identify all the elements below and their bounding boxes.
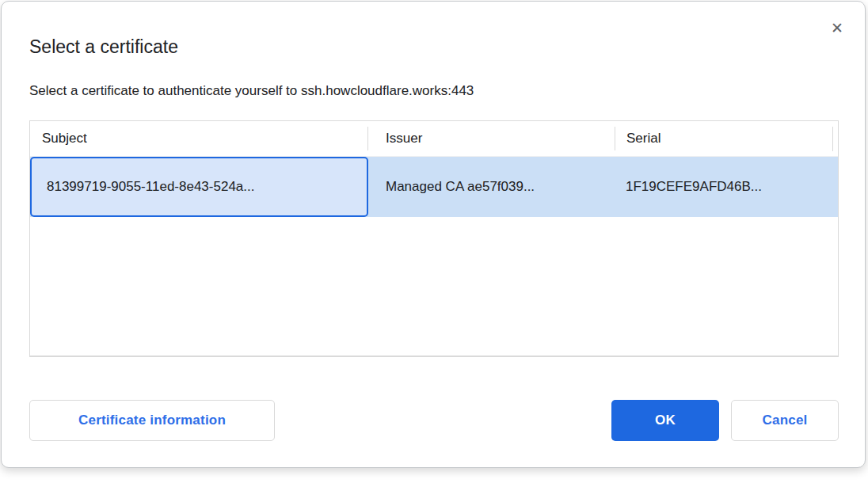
cell-serial: 1F19CEFE9AFD46B... [615, 157, 838, 217]
certificate-information-button[interactable]: Certificate information [29, 400, 275, 441]
cancel-button[interactable]: Cancel [731, 400, 839, 441]
cell-subject: 81399719-9055-11ed-8e43-524a... [30, 157, 368, 217]
column-header-serial: Serial [615, 121, 838, 156]
dialog-title: Select a certificate [29, 35, 178, 59]
column-header-issuer: Issuer [368, 121, 615, 156]
close-button[interactable]: ✕ [825, 16, 849, 40]
certificate-select-dialog: ✕ Select a certificate Select a certific… [1, 1, 866, 468]
column-header-subject: Subject [30, 121, 367, 156]
dialog-subtitle: Select a certificate to authenticate you… [29, 82, 474, 100]
close-icon: ✕ [831, 21, 843, 36]
certificate-table: Subject Issuer Serial 81399719-9055-11ed… [29, 120, 839, 357]
cell-issuer: Managed CA ae57f039... [368, 157, 615, 217]
certificate-row-selected[interactable]: 81399719-9055-11ed-8e43-524a... Managed … [30, 157, 838, 217]
table-header: Subject Issuer Serial [30, 121, 838, 157]
column-divider [832, 127, 833, 151]
ok-button[interactable]: OK [611, 400, 719, 441]
